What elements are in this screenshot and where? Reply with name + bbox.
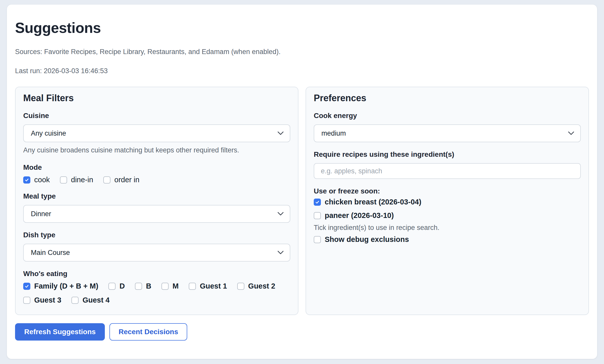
checkbox-icon	[189, 283, 196, 290]
meal-type-label: Meal type	[23, 192, 290, 200]
checkbox-label: Family (D + B + M)	[34, 282, 98, 290]
checkbox-icon	[108, 283, 116, 290]
whos-eating-option-2[interactable]: B	[135, 282, 151, 290]
mode-option-0[interactable]: cook	[23, 176, 50, 184]
whos-eating-option-0[interactable]: Family (D + B + M)	[23, 282, 98, 290]
checkbox-label: chicken breast (2026-03-04)	[325, 198, 421, 206]
mode-label: Mode	[23, 163, 290, 172]
use-or-freeze-option-0[interactable]: chicken breast (2026-03-04)	[314, 198, 421, 206]
panels-row: Meal Filters Cuisine Any cuisine Any cui…	[15, 87, 589, 315]
use-or-freeze-option-1[interactable]: paneer (2026-03-10)	[314, 211, 394, 220]
recent-decisions-button[interactable]: Recent Decisions	[109, 323, 187, 341]
checkbox-label: B	[146, 282, 151, 290]
refresh-suggestions-button[interactable]: Refresh Suggestions	[15, 323, 105, 341]
mode-options: cookdine-inorder in	[23, 176, 290, 184]
mode-option-1[interactable]: dine-in	[60, 176, 93, 184]
whos-eating-option-7[interactable]: Guest 4	[71, 296, 109, 304]
checkbox-label: Guest 1	[200, 282, 227, 290]
whos-eating-option-5[interactable]: Guest 2	[237, 282, 275, 290]
preferences-heading: Preferences	[314, 93, 581, 103]
cuisine-select[interactable]: Any cuisine	[23, 124, 290, 142]
dish-type-select[interactable]: Main Course	[23, 244, 290, 262]
cook-energy-select[interactable]: medium	[314, 124, 581, 142]
checkbox-label: D	[119, 282, 125, 290]
checkbox-label: paneer (2026-03-10)	[325, 211, 394, 220]
checkbox-icon	[314, 212, 321, 219]
checkbox-label: cook	[34, 176, 50, 184]
last-run-line: Last run: 2026-03-03 16:46:53	[15, 67, 589, 75]
checkbox-icon	[103, 176, 110, 184]
checkbox-label: order in	[114, 176, 139, 184]
checkbox-icon	[314, 199, 321, 206]
whos-eating-label: Who's eating	[23, 270, 290, 278]
dish-type-select-wrap: Main Course	[23, 244, 290, 262]
meal-filters-heading: Meal Filters	[23, 93, 290, 103]
whos-eating-option-6[interactable]: Guest 3	[23, 296, 61, 304]
checkbox-label: Guest 4	[82, 296, 109, 304]
sources-line: Sources: Favorite Recipes, Recipe Librar…	[15, 48, 589, 56]
preferences-panel: Preferences Cook energy medium Require r…	[306, 87, 589, 315]
checkbox-icon	[23, 283, 30, 290]
cuisine-select-wrap: Any cuisine	[23, 124, 290, 142]
mode-option-2[interactable]: order in	[103, 176, 139, 184]
use-or-freeze-label: Use or freeze soon:	[314, 187, 581, 195]
dish-type-label: Dish type	[23, 231, 290, 239]
checkbox-icon	[23, 176, 30, 184]
checkbox-icon	[135, 283, 142, 290]
whos-eating-option-1[interactable]: D	[108, 282, 125, 290]
whos-eating-options: Family (D + B + M)DBMGuest 1Guest 2Guest…	[23, 282, 290, 304]
meal-type-select-wrap: Dinner	[23, 205, 290, 223]
checkbox-icon	[23, 297, 30, 304]
checkbox-label: Guest 2	[248, 282, 275, 290]
use-or-freeze-options: chicken breast (2026-03-04)paneer (2026-…	[314, 198, 581, 220]
cook-energy-select-wrap: medium	[314, 124, 581, 142]
cuisine-helper: Any cuisine broadens cuisine matching bu…	[23, 146, 290, 154]
checkbox-icon	[71, 297, 79, 304]
use-or-freeze-helper: Tick ingredient(s) to use in recipe sear…	[314, 224, 581, 232]
meal-type-select[interactable]: Dinner	[23, 205, 290, 223]
checkbox-icon	[161, 283, 169, 290]
checkbox-label: M	[172, 282, 179, 290]
checkbox-icon	[237, 283, 244, 290]
cook-energy-label: Cook energy	[314, 112, 581, 120]
require-ingredients-label: Require recipes using these ingredient(s…	[314, 150, 581, 159]
page-title: Suggestions	[15, 19, 589, 36]
checkbox-icon	[314, 236, 321, 243]
cuisine-label: Cuisine	[23, 112, 290, 120]
debug-option-wrap: Show debug exclusions	[314, 235, 581, 244]
require-ingredients-input[interactable]	[314, 163, 581, 179]
main-card: Suggestions Sources: Favorite Recipes, R…	[7, 5, 597, 359]
checkbox-icon	[60, 176, 67, 184]
checkbox-label: Show debug exclusions	[325, 235, 409, 244]
whos-eating-option-4[interactable]: Guest 1	[189, 282, 227, 290]
checkbox-label: dine-in	[71, 176, 93, 184]
meal-filters-panel: Meal Filters Cuisine Any cuisine Any cui…	[15, 87, 298, 315]
show-debug-exclusions-checkbox[interactable]: Show debug exclusions	[314, 235, 409, 244]
whos-eating-option-3[interactable]: M	[161, 282, 179, 290]
actions-row: Refresh Suggestions Recent Decisions	[15, 323, 589, 341]
checkbox-label: Guest 3	[34, 296, 61, 304]
